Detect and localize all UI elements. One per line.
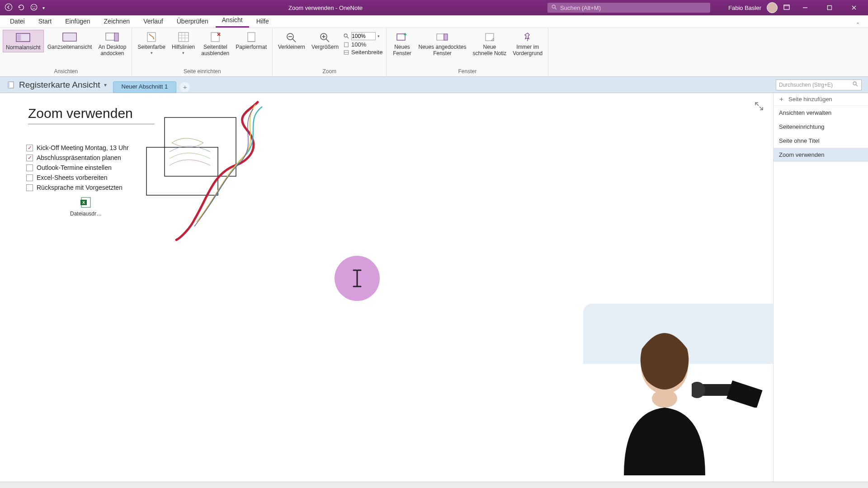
list-item[interactable]: Outlook-Termine einstellen — [26, 163, 129, 173]
page-item[interactable]: Seite ohne Titel — [774, 134, 868, 148]
list-item[interactable]: Rücksprache mit Vorgesetzten — [26, 183, 129, 192]
hide-page-title-button[interactable]: Seitentitel ausblenden — [198, 30, 232, 58]
search-icon — [852, 81, 859, 89]
svg-text:X: X — [82, 200, 85, 205]
tab-zeichnen[interactable]: Zeichnen — [98, 16, 137, 28]
page-canvas[interactable]: Zoom verwenden ✓Kick-Off Meeting Montag,… — [0, 93, 773, 482]
zoom-presets: ▾ 100% Seitenbreite — [342, 30, 383, 56]
page-list: Ansichten verwalten Seiteneinrichtung Se… — [774, 106, 868, 162]
zoom-100-button[interactable]: 100% — [342, 41, 383, 48]
ribbon-collapse-icon[interactable]: ⌃ — [856, 22, 864, 28]
zoom-in-button[interactable]: Vergrößern — [309, 30, 341, 52]
svg-rect-10 — [22, 34, 29, 41]
chevron-down-icon: ▾ — [104, 82, 107, 88]
ribbon-tabs: Datei Start Einfügen Zeichnen Verlauf Üb… — [0, 15, 868, 28]
file-attachment[interactable]: X Dateiausdr… — [68, 196, 104, 217]
page-title[interactable]: Zoom verwenden — [28, 106, 155, 124]
svg-rect-7 — [828, 6, 832, 10]
new-window-button[interactable]: Neues Fenster — [389, 30, 415, 58]
add-page-button[interactable]: ＋ Seite hinzufügen — [774, 93, 868, 106]
svg-rect-9 — [17, 34, 21, 41]
list-item[interactable]: Excel-Sheets vorbereiten — [26, 173, 129, 183]
page-item[interactable]: Seiteneinrichtung — [774, 120, 868, 134]
quick-note-icon — [481, 31, 498, 43]
window-maximize-button[interactable] — [820, 0, 839, 15]
tab-verlauf[interactable]: Verlauf — [137, 16, 170, 28]
ribbon-group-label: Ansichten — [3, 67, 129, 76]
tab-einfuegen[interactable]: Einfügen — [59, 16, 96, 28]
paper-size-button[interactable]: Papierformat — [233, 30, 269, 52]
avatar[interactable] — [767, 2, 778, 13]
svg-point-2 — [33, 6, 33, 7]
checkbox-icon[interactable] — [26, 174, 33, 181]
svg-rect-29 — [8, 82, 9, 88]
user-name[interactable]: Fabio Basler — [728, 5, 761, 11]
page-search-input[interactable] — [779, 82, 850, 88]
checkbox-icon[interactable]: ✓ — [26, 155, 33, 161]
tab-hilfe[interactable]: Hilfe — [250, 16, 275, 28]
cursor-highlight — [335, 256, 380, 301]
svg-rect-22 — [344, 42, 348, 47]
title-bar: ▾ Zoom verwenden - OneNote Fabio Basler — [0, 0, 868, 15]
zoom-level-field[interactable]: ▾ — [342, 32, 383, 41]
back-icon[interactable] — [5, 3, 13, 13]
ribbon-group-window: Neues Fenster Neues angedocktes Fenster … — [387, 28, 548, 76]
section-tab[interactable]: Neuer Abschnitt 1 — [113, 81, 177, 93]
tab-start[interactable]: Start — [32, 16, 58, 28]
notebook-dropdown[interactable]: Registerkarte Ansicht ▾ — [4, 79, 109, 91]
new-quick-note-button[interactable]: Neue schnelle Notiz — [470, 30, 509, 58]
search-input[interactable] — [560, 5, 707, 11]
excel-file-icon: X — [80, 196, 92, 209]
global-search[interactable] — [547, 3, 710, 13]
svg-point-36 — [652, 389, 677, 408]
page-color-icon — [143, 31, 160, 43]
titlebar-right: Fabio Basler — [728, 0, 868, 15]
dock-to-desktop-icon — [104, 31, 120, 43]
pagewidth-icon — [343, 49, 349, 56]
chevron-down-icon[interactable]: ▾ — [377, 34, 380, 38]
tab-datei[interactable]: Datei — [4, 16, 31, 28]
zoom-out-button[interactable]: Verkleinern — [275, 30, 308, 52]
undo-icon[interactable] — [17, 3, 25, 13]
tab-ueberpruefen[interactable]: Überprüfen — [170, 16, 215, 28]
checkbox-icon[interactable]: ✓ — [26, 145, 33, 151]
window-minimize-button[interactable] — [796, 0, 815, 15]
checkbox-icon[interactable] — [26, 184, 33, 191]
fullpage-view-icon — [61, 31, 78, 43]
ink-scribble[interactable] — [145, 98, 280, 242]
svg-rect-16 — [179, 33, 189, 42]
ribbon-group-page-setup: Seitenfarbe ▾ Hilfslinien ▾ Seitentitel … — [132, 28, 273, 76]
document-title: Zoom verwenden — [288, 5, 334, 11]
webcam-overlay — [583, 304, 773, 475]
touch-mode-icon[interactable] — [30, 3, 38, 13]
page-icon — [343, 42, 349, 48]
page-color-button[interactable]: Seitenfarbe ▾ — [135, 30, 168, 56]
zoom-pagewidth-button[interactable]: Seitenbreite — [342, 48, 383, 56]
svg-rect-24 — [397, 34, 405, 40]
list-item[interactable]: ✓Abschlusspräsentation planen — [26, 153, 129, 163]
ribbon-display-options-icon[interactable] — [783, 4, 790, 12]
new-docked-window-button[interactable]: Neues angedocktes Fenster — [415, 30, 469, 58]
tab-ansicht[interactable]: Ansicht — [216, 14, 249, 28]
add-section-button[interactable]: + — [180, 82, 190, 92]
qat-dropdown-icon[interactable]: ▾ — [42, 5, 45, 10]
page-search[interactable] — [776, 80, 862, 90]
always-on-top-button[interactable]: Immer im Vordergrund — [510, 30, 545, 58]
fullpage-view-button[interactable]: Ganzseitenansicht — [45, 30, 95, 52]
normal-view-button[interactable]: Normalansicht — [3, 30, 44, 52]
list-item[interactable]: ✓Kick-Off Meeting Montag, 13 Uhr — [26, 143, 129, 153]
dock-to-desktop-button[interactable]: An Desktop andocken — [95, 30, 129, 58]
checkbox-icon[interactable] — [26, 164, 33, 171]
page-item[interactable]: Zoom verwenden — [774, 148, 868, 162]
window-close-button[interactable] — [844, 0, 863, 15]
page-item[interactable]: Ansichten verwalten — [774, 106, 868, 120]
quick-access-toolbar: ▾ — [0, 3, 49, 13]
gridlines-button[interactable]: Hilfslinien ▾ — [169, 30, 198, 56]
expand-page-icon[interactable] — [754, 101, 764, 111]
workspace: Zoom verwenden ✓Kick-Off Meeting Montag,… — [0, 93, 868, 482]
zoom-level-input[interactable] — [351, 32, 376, 40]
svg-rect-14 — [114, 33, 118, 41]
notebook-name: Registerkarte Ansicht — [19, 80, 100, 90]
window-title: Zoom verwenden - OneNote — [104, 5, 547, 11]
svg-rect-6 — [784, 5, 789, 6]
